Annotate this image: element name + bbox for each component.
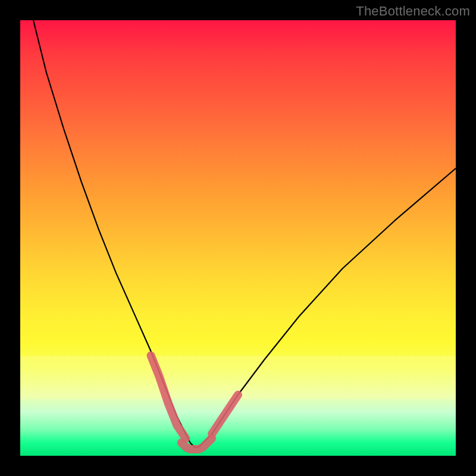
series-bottleneck-curve [33, 20, 456, 447]
watermark-text: TheBottleneck.com [356, 4, 470, 19]
series-highlight-band-left [151, 356, 186, 439]
plot-area [20, 20, 456, 456]
curve-layer [20, 20, 456, 456]
series-highlight-band-right [212, 395, 238, 434]
chart-frame: TheBottleneck.com [0, 0, 476, 476]
